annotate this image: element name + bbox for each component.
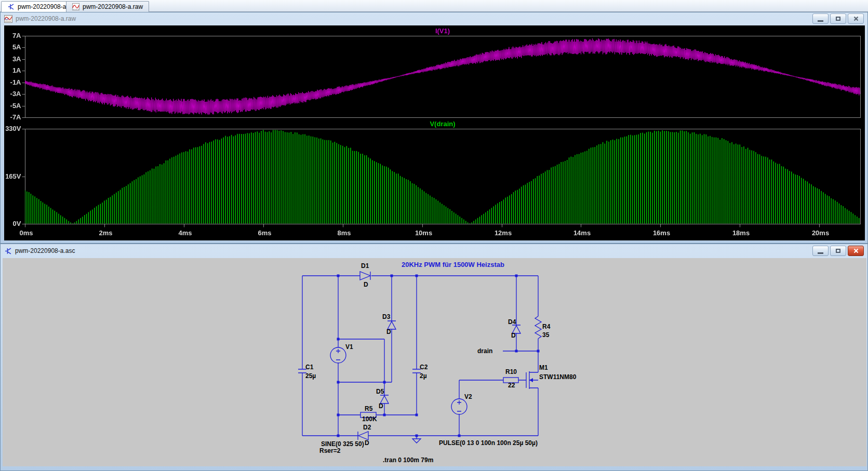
r5-ref[interactable]: R5 — [365, 405, 373, 412]
schematic-title-comment[interactable]: 20KHz PWM für 1500W Heizstab — [402, 261, 504, 268]
window-title: pwm-20220908-a.raw — [16, 15, 76, 22]
tab-waveform[interactable]: pwm-20220908-a.raw — [66, 1, 149, 12]
d5-value[interactable]: D — [379, 402, 383, 410]
schematic-drawing[interactable]: 20KHz PWM für 1500W Heizstab D1 D D3 D D… — [3, 258, 866, 466]
m1-ref[interactable]: M1 — [539, 364, 548, 371]
component-d1[interactable] — [360, 272, 370, 280]
waveform-titlebar[interactable]: pwm-20220908-a.raw — [1, 12, 867, 25]
r4-ref[interactable]: R4 — [542, 323, 551, 330]
close-icon — [853, 16, 859, 21]
waveform-icon — [72, 3, 79, 10]
waveform-window: pwm-20220908-a.raw — [0, 12, 868, 244]
r10-value[interactable]: 22 — [508, 382, 515, 389]
component-v1[interactable] — [330, 347, 346, 363]
r4-value[interactable]: 35 — [542, 331, 550, 339]
d2-ref[interactable]: D2 — [363, 424, 371, 431]
restore-icon — [836, 249, 840, 253]
restore-button[interactable] — [830, 14, 846, 24]
minimize-icon — [818, 252, 823, 254]
m1-value[interactable]: STW11NM80 — [539, 373, 577, 381]
tab-bar: pwm-20220908-a.asc pwm-20220908-a.raw — [0, 0, 868, 12]
c2-ref[interactable]: C2 — [420, 364, 428, 371]
d1-ref[interactable]: D1 — [361, 262, 369, 270]
component-m1[interactable] — [529, 378, 533, 382]
v1-ref[interactable]: V1 — [345, 343, 353, 351]
net-label-drain[interactable]: drain — [477, 347, 492, 355]
close-icon — [853, 248, 859, 253]
d5-ref[interactable]: D5 — [376, 388, 384, 395]
schematic-icon — [7, 3, 15, 10]
v2-ref[interactable]: V2 — [464, 393, 472, 400]
r10-ref[interactable]: R10 — [505, 368, 517, 375]
component-d2[interactable] — [358, 432, 368, 440]
waveform-file-icon — [4, 15, 12, 23]
c1-ref[interactable]: C1 — [305, 364, 314, 371]
caption-buttons — [812, 246, 864, 256]
v2-pulse-directive[interactable]: PULSE(0 13 0 100n 100n 25µ 50µ) — [439, 439, 538, 447]
tab-label: pwm-20220908-a.raw — [83, 3, 143, 10]
minimize-button[interactable] — [812, 14, 829, 24]
component-r4[interactable] — [535, 316, 541, 339]
restore-icon — [836, 17, 840, 21]
d2-value[interactable]: D — [365, 439, 369, 447]
window-title: pwm-20220908-a.asc — [15, 247, 75, 254]
minimize-icon — [818, 20, 823, 22]
component-v2[interactable] — [451, 399, 467, 414]
close-button[interactable] — [848, 14, 864, 24]
c2-value[interactable]: 2µ — [420, 372, 427, 380]
v1-sine-directive[interactable]: SINE(0 325 50) — [321, 440, 364, 448]
d4-value[interactable]: D — [511, 332, 516, 339]
r5-value[interactable]: 100K — [362, 415, 377, 423]
d4-ref[interactable]: D4 — [508, 318, 516, 326]
minimize-button[interactable] — [812, 246, 829, 256]
ground-symbol[interactable] — [412, 439, 421, 443]
close-button[interactable] — [848, 246, 864, 256]
schematic-canvas-area[interactable]: 20KHz PWM für 1500W Heizstab D1 D D3 D D… — [3, 258, 866, 466]
waveform-canvas[interactable] — [4, 25, 865, 240]
caption-buttons — [812, 14, 864, 24]
d3-ref[interactable]: D3 — [382, 313, 391, 320]
restore-button[interactable] — [830, 246, 846, 256]
schematic-window: pwm-20220908-a.asc — [0, 244, 868, 471]
waveform-plot-area — [4, 25, 865, 240]
d1-value[interactable]: D — [364, 281, 368, 288]
d3-value[interactable]: D — [386, 328, 391, 335]
tran-directive[interactable]: .tran 0 100m 79m — [383, 456, 433, 464]
c1-value[interactable]: 25µ — [305, 372, 316, 380]
schematic-titlebar[interactable]: pwm-20220908-a.asc — [1, 244, 867, 258]
schematic-file-icon — [4, 247, 12, 255]
v1-rser-directive[interactable]: Rser=2 — [319, 447, 341, 454]
